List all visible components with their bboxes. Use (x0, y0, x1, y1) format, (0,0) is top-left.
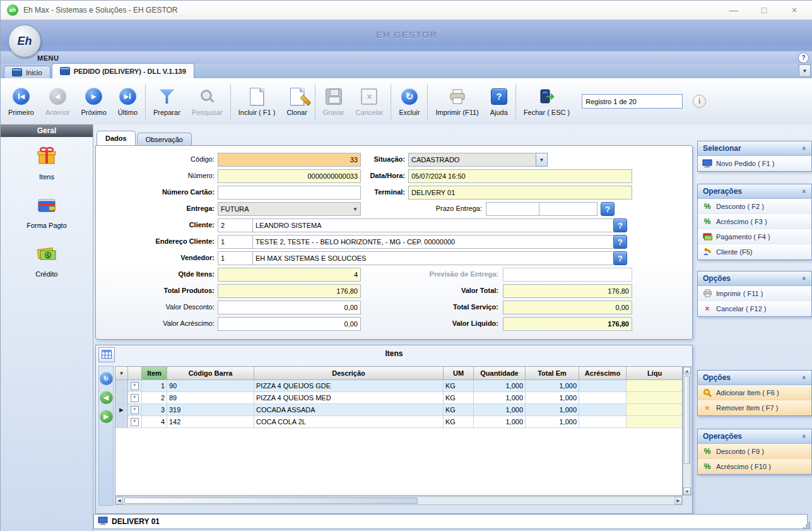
collapse-icon[interactable]: « (801, 434, 808, 438)
tab-inicio[interactable]: Inicio (4, 66, 50, 78)
cell-um[interactable]: KG (444, 416, 474, 428)
record-indicator[interactable]: Registro 1 de 20 (582, 94, 683, 109)
sidebar-item-credito[interactable]: $ Crédito (1, 243, 93, 278)
cell-acrescimo[interactable] (579, 404, 627, 416)
cell-item[interactable]: 1 (142, 380, 167, 392)
row-expand-cell[interactable]: + (128, 380, 142, 392)
column-codigo-barra[interactable]: Código Barra (167, 367, 254, 380)
total-servico-field[interactable]: 0,00 (503, 301, 632, 314)
eh-logo-button[interactable]: Eh (8, 25, 41, 57)
clone-button[interactable]: Clonar (281, 85, 312, 118)
cliente-lookup-button[interactable]: ? (613, 218, 627, 232)
expand-icon[interactable]: + (131, 418, 139, 426)
cell-total-em[interactable]: 1,000 (526, 392, 579, 404)
cancel-f12-button[interactable]: × Cancelar ( F12 ) (698, 301, 811, 316)
valor-liquido-field[interactable]: 176,80 (503, 317, 632, 331)
table-row[interactable]: + 1 90 PIZZA 4 QUEIJOS GDE KG 1,000 1,00… (115, 380, 682, 392)
cell-um[interactable]: KG (444, 392, 474, 404)
column-um[interactable]: UM (444, 367, 474, 380)
prazo-entrega-field-2[interactable] (539, 202, 597, 216)
scroll-up-icon[interactable]: ▲ (683, 367, 691, 374)
table-row[interactable]: + 4 142 COCA COLA 2L KG 1,000 1,000 (115, 416, 682, 428)
cell-codigo-barra[interactable]: 89 (167, 392, 254, 404)
last-record-button[interactable]: ▶ Último (112, 85, 143, 118)
entrega-select[interactable]: FUTURA▼ (218, 202, 361, 216)
expand-icon[interactable]: + (131, 382, 139, 390)
cell-um[interactable]: KG (444, 404, 474, 416)
scroll-left-icon[interactable]: ◀ (115, 497, 123, 504)
info-icon[interactable]: i (693, 95, 706, 108)
cell-descricao[interactable]: COCA COLA 2L (254, 416, 444, 428)
search-button[interactable]: Pesquisar (186, 85, 228, 118)
terminal-field[interactable]: DELIVERY 01 (408, 186, 632, 200)
next-record-button[interactable]: ▶ Próximo (75, 85, 112, 118)
expand-icon[interactable]: + (131, 394, 139, 402)
cell-codigo-barra[interactable]: 142 (167, 416, 254, 428)
imprimir-f11-button[interactable]: Imprimir ( F11 ) (698, 286, 811, 301)
valor-total-field[interactable]: 176,80 (503, 284, 632, 298)
include-button[interactable]: Incluir ( F1 ) (233, 85, 281, 118)
vertical-scrollbar[interactable]: ▲ ▼ (683, 366, 691, 496)
minimize-button[interactable]: — (727, 5, 741, 15)
prepare-button[interactable]: Preparar (148, 85, 186, 118)
cell-liquido[interactable] (627, 404, 683, 416)
collapse-icon[interactable]: « (801, 376, 808, 379)
valor-desconto-field[interactable]: 0,00 (218, 301, 361, 314)
cell-quantidade[interactable]: 1,000 (474, 416, 526, 428)
panel-item-opcoes-header[interactable]: Opções« (698, 371, 811, 385)
vertical-scroll-thumb[interactable] (684, 376, 690, 464)
collapse-icon[interactable]: « (801, 277, 808, 280)
first-record-button[interactable]: ◀ Primeiro (3, 85, 40, 118)
tab-pedido-delivery[interactable]: PEDIDO (DELIVERY) - DLL V.1.139 (52, 63, 194, 78)
row-expand-cell[interactable]: + (128, 404, 142, 416)
qtde-itens-field[interactable]: 4 (218, 268, 361, 282)
help-button[interactable]: ? Ajuda (485, 85, 514, 118)
cell-liquido[interactable] (627, 392, 683, 404)
acrescimo-f3-button[interactable]: % Acréscimo ( F3 ) (698, 214, 811, 229)
situacao-select[interactable]: CADASTRADO (408, 153, 541, 167)
data-hora-field[interactable]: 05/07/2024 16:50 (408, 169, 632, 183)
pagamento-f4-button[interactable]: Pagamento ( F4 ) (698, 229, 811, 244)
desconto-f9-button[interactable]: % Desconto ( F9 ) (698, 444, 811, 459)
situacao-dropdown-button[interactable]: ▼ (536, 153, 548, 167)
table-row-selected[interactable]: ▶ + 3 319 COCADA ASSADA KG 1,000 1,000 (115, 404, 682, 416)
cell-total-em[interactable]: 1,000 (526, 380, 579, 392)
previsao-entrega-field[interactable] (503, 268, 632, 282)
prazo-entrega-lookup-button[interactable]: ? (601, 202, 615, 216)
panel-operacoes-header[interactable]: Operações« (698, 184, 811, 199)
cell-um[interactable]: KG (444, 380, 474, 392)
cell-item[interactable]: 2 (142, 392, 167, 404)
vendedor-name-field[interactable]: EH MAX SISTEMAS E SOLUCOES (252, 251, 616, 265)
cell-acrescimo[interactable] (579, 416, 627, 428)
delete-button[interactable]: ↻ Excluir (393, 85, 425, 118)
cell-acrescimo[interactable] (579, 380, 627, 392)
cell-quantidade[interactable]: 1,000 (474, 380, 526, 392)
adicionar-item-f6-button[interactable]: Adicionar Item ( F6 ) (698, 385, 811, 400)
cell-quantidade[interactable]: 1,000 (474, 392, 526, 404)
column-descricao[interactable]: Descrição (254, 367, 444, 380)
row-expand-cell[interactable]: + (128, 416, 142, 428)
cliente-code-field[interactable]: 2 (218, 218, 257, 232)
acrescimo-f10-button[interactable]: % Acréscimo ( F10 ) (698, 459, 811, 474)
endereco-lookup-button[interactable]: ? (613, 235, 627, 249)
cell-descricao[interactable]: PIZZA 4 QUEIJOS GDE (254, 380, 444, 392)
scroll-down-icon[interactable]: ▼ (683, 487, 691, 495)
sidebar-item-itens[interactable]: Itens (1, 146, 93, 181)
cell-item[interactable]: 3 (142, 404, 167, 416)
cell-descricao[interactable]: PIZZA 4 QUEIJOS MED (254, 392, 444, 404)
cell-codigo-barra[interactable]: 319 (167, 404, 254, 416)
collapse-icon[interactable]: « (801, 189, 808, 193)
cell-total-em[interactable]: 1,000 (526, 416, 579, 428)
cliente-name-field[interactable]: LEANDRO SISTEMA (252, 218, 616, 232)
prev-item-icon[interactable]: ◀ (100, 391, 113, 404)
column-quantidade[interactable]: Quantidade (474, 367, 526, 380)
endereco-code-field[interactable]: 1 (218, 235, 257, 249)
previous-record-button[interactable]: ◀ Anterior (40, 85, 76, 118)
save-button[interactable]: Gravar (317, 85, 350, 118)
vendedor-lookup-button[interactable]: ? (613, 251, 627, 265)
print-button[interactable]: Imprimir (F11) (430, 85, 484, 118)
close-screen-button[interactable]: Fechar ( ESC ) (518, 85, 575, 118)
vendedor-code-field[interactable]: 1 (218, 251, 257, 265)
cell-codigo-barra[interactable]: 90 (167, 380, 254, 392)
next-item-icon[interactable]: ▶ (100, 410, 113, 423)
